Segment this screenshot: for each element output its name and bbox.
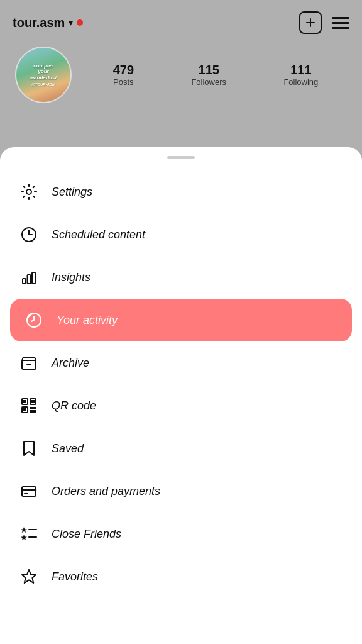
profile-background: tour.asm ▾ conqueryourwanderlust@TOUR-A <box>0 0 362 164</box>
following-stat[interactable]: 111 Following <box>283 63 318 87</box>
menu-item-archive[interactable]: Archive <box>0 341 362 384</box>
avatar-text: conqueryourwanderlust@TOUR-ASM <box>30 63 57 87</box>
svg-marker-25 <box>22 570 36 583</box>
svg-rect-5 <box>28 275 31 284</box>
posts-stat[interactable]: 479 Posts <box>113 63 134 87</box>
hamburger-menu-button[interactable] <box>332 17 349 29</box>
following-label: Following <box>283 77 318 87</box>
menu-item-insights[interactable]: Insights <box>0 256 362 299</box>
menu-item-favorites[interactable]: Favorites <box>0 555 362 598</box>
star-list-icon <box>18 523 40 545</box>
svg-rect-16 <box>30 410 33 413</box>
bottom-sheet: Settings Scheduled content Insights <box>0 147 362 644</box>
scheduled-label: Scheduled content <box>52 228 145 242</box>
avatar[interactable]: conqueryourwanderlust@TOUR-ASM <box>15 47 72 103</box>
following-count: 111 <box>290 63 311 77</box>
menu-item-saved[interactable]: Saved <box>0 427 362 470</box>
username-area[interactable]: tour.asm ▾ <box>13 16 83 30</box>
close-friends-label: Close Friends <box>52 528 121 541</box>
menu-item-activity[interactable]: Your activity <box>10 299 352 341</box>
archive-label: Archive <box>52 357 89 370</box>
menu-item-close-friends[interactable]: Close Friends <box>0 513 362 555</box>
menu-item-settings[interactable]: Settings <box>0 170 362 213</box>
orders-label: Orders and payments <box>52 485 160 498</box>
insights-label: Insights <box>52 271 90 284</box>
gear-icon <box>18 180 40 203</box>
stats-group: 479 Posts 115 Followers 111 Following <box>84 63 347 87</box>
star-icon <box>18 565 40 588</box>
chevron-down-icon: ▾ <box>69 18 73 28</box>
svg-rect-18 <box>22 487 36 496</box>
add-button[interactable] <box>299 11 322 34</box>
username: tour.asm <box>13 16 65 30</box>
menu-item-scheduled[interactable]: Scheduled content <box>0 213 362 256</box>
top-icons <box>299 11 349 34</box>
clock-icon <box>18 223 40 246</box>
bookmark-icon <box>18 437 40 460</box>
settings-label: Settings <box>52 186 92 199</box>
svg-marker-23 <box>21 535 27 540</box>
svg-rect-13 <box>23 408 26 411</box>
svg-marker-21 <box>21 527 27 533</box>
activity-clock-icon <box>23 309 45 331</box>
svg-rect-6 <box>32 272 35 284</box>
favorites-label: Favorites <box>52 570 98 584</box>
credit-card-icon <box>18 480 40 502</box>
svg-rect-11 <box>31 400 35 403</box>
followers-count: 115 <box>199 63 219 77</box>
posts-count: 479 <box>113 63 134 77</box>
top-bar: tour.asm ▾ <box>0 0 362 40</box>
svg-rect-9 <box>23 400 26 403</box>
archive-icon <box>18 352 40 374</box>
drag-handle[interactable] <box>167 156 195 159</box>
saved-label: Saved <box>52 442 84 455</box>
svg-rect-4 <box>23 279 26 284</box>
svg-point-2 <box>26 189 31 194</box>
menu-item-orders[interactable]: Orders and payments <box>0 470 362 513</box>
qr-icon <box>18 394 40 417</box>
bar-chart-icon <box>18 266 40 289</box>
qr-label: QR code <box>52 399 96 413</box>
svg-rect-14 <box>30 407 33 409</box>
followers-label: Followers <box>191 77 226 87</box>
svg-rect-17 <box>33 410 36 413</box>
menu-item-qr[interactable]: QR code <box>0 384 362 427</box>
posts-label: Posts <box>113 77 134 87</box>
profile-stats: conqueryourwanderlust@TOUR-ASM 479 Posts… <box>0 40 362 109</box>
menu-list: Settings Scheduled content Insights <box>0 165 362 603</box>
notification-dot <box>77 19 83 26</box>
followers-stat[interactable]: 115 Followers <box>191 63 226 87</box>
svg-rect-15 <box>33 407 36 409</box>
activity-label: Your activity <box>57 314 118 327</box>
